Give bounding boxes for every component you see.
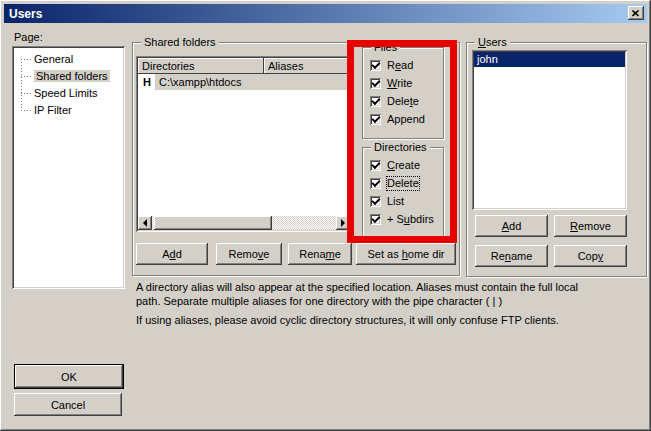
checkbox-append[interactable]: Append bbox=[370, 112, 425, 126]
directories-group-label: Directories bbox=[371, 140, 430, 154]
directories-permissions-group: Directories Create Delete List + Subdirs bbox=[362, 147, 444, 239]
checkbox-checked-icon[interactable] bbox=[370, 160, 381, 171]
tree-line bbox=[21, 59, 32, 60]
checkbox-list[interactable]: List bbox=[370, 194, 404, 208]
remove-user-button[interactable]: Remove bbox=[554, 215, 627, 237]
alias-help-text-line3: If using aliases, please avoid cyclic di… bbox=[136, 314, 559, 326]
tree-line bbox=[21, 110, 32, 111]
checkbox-checked-icon[interactable] bbox=[370, 178, 381, 189]
tree-line bbox=[21, 59, 22, 112]
tree-item-ip-filter[interactable]: IP Filter bbox=[34, 103, 72, 118]
users-dialog: { "colors":{ "titlebar_left":"#0a246a", … bbox=[0, 0, 651, 431]
checkbox-write[interactable]: Write bbox=[370, 76, 412, 90]
close-button[interactable] bbox=[628, 6, 644, 20]
scrollbar-thumb[interactable] bbox=[154, 216, 272, 230]
column-header-aliases[interactable]: Aliases bbox=[264, 58, 350, 74]
cancel-button[interactable]: Cancel bbox=[14, 393, 122, 416]
scroll-left-button[interactable] bbox=[138, 216, 152, 230]
list-header: Directories Aliases bbox=[138, 58, 350, 74]
column-header-directories[interactable]: Directories bbox=[138, 58, 264, 74]
checkbox-checked-icon[interactable] bbox=[370, 114, 381, 125]
checkbox-checked-icon[interactable] bbox=[370, 214, 381, 225]
add-directory-button[interactable]: Add bbox=[136, 243, 208, 265]
titlebar[interactable]: Users bbox=[4, 4, 647, 23]
horizontal-scrollbar[interactable] bbox=[138, 216, 350, 230]
checkbox-checked-icon[interactable] bbox=[370, 196, 381, 207]
home-flag: H bbox=[138, 74, 155, 90]
tree-item-shared-folders[interactable]: Shared folders bbox=[34, 69, 110, 84]
checkbox-checked-icon[interactable] bbox=[370, 78, 381, 89]
window-title: Users bbox=[4, 7, 42, 21]
alias-help-text-line2: path. Separate multiple aliases for one … bbox=[136, 295, 502, 307]
directories-list[interactable]: Directories Aliases H C:\xampp\htdocs bbox=[136, 56, 352, 232]
tree-line bbox=[21, 93, 32, 94]
copy-user-button[interactable]: Copy bbox=[554, 245, 627, 267]
set-as-home-dir-button[interactable]: Set as home dir bbox=[356, 243, 456, 265]
close-icon bbox=[632, 10, 640, 17]
checkbox-checked-icon[interactable] bbox=[370, 60, 381, 71]
alias-help-text-line1: A directory alias will also appear at th… bbox=[136, 281, 578, 293]
triangle-left-icon bbox=[143, 219, 147, 227]
files-permissions-group: Files Read Write Delete Append bbox=[362, 47, 444, 139]
remove-directory-button[interactable]: Remove bbox=[216, 243, 282, 265]
checkbox-subdirs[interactable]: + Subdirs bbox=[370, 212, 434, 226]
users-group-label: Users bbox=[475, 35, 510, 49]
triangle-right-icon bbox=[341, 219, 345, 227]
ok-button[interactable]: OK bbox=[14, 364, 124, 389]
scroll-right-button[interactable] bbox=[336, 216, 350, 230]
files-group-label: Files bbox=[371, 40, 400, 54]
tree-item-general[interactable]: General bbox=[34, 52, 73, 67]
shared-folders-group-label: Shared folders bbox=[141, 35, 219, 49]
add-user-button[interactable]: Add bbox=[475, 215, 548, 237]
page-label: Page: bbox=[14, 31, 43, 43]
checkbox-create[interactable]: Create bbox=[370, 158, 420, 172]
rename-directory-button[interactable]: Rename bbox=[288, 243, 352, 265]
directory-path: C:\xampp\htdocs bbox=[155, 74, 350, 90]
users-list[interactable]: john bbox=[472, 50, 627, 210]
rename-user-button[interactable]: Rename bbox=[475, 245, 548, 267]
tree-line bbox=[21, 76, 32, 77]
checkbox-read[interactable]: Read bbox=[370, 58, 413, 72]
page-tree: General Shared folders Speed Limits IP F… bbox=[12, 46, 125, 289]
user-row-john[interactable]: john bbox=[474, 52, 625, 67]
directory-row[interactable]: H C:\xampp\htdocs bbox=[138, 74, 350, 90]
tree-item-speed-limits[interactable]: Speed Limits bbox=[34, 86, 98, 101]
checkbox-checked-icon[interactable] bbox=[370, 96, 381, 107]
checkbox-delete-dirs[interactable]: Delete bbox=[370, 176, 419, 190]
checkbox-delete-files[interactable]: Delete bbox=[370, 94, 419, 108]
